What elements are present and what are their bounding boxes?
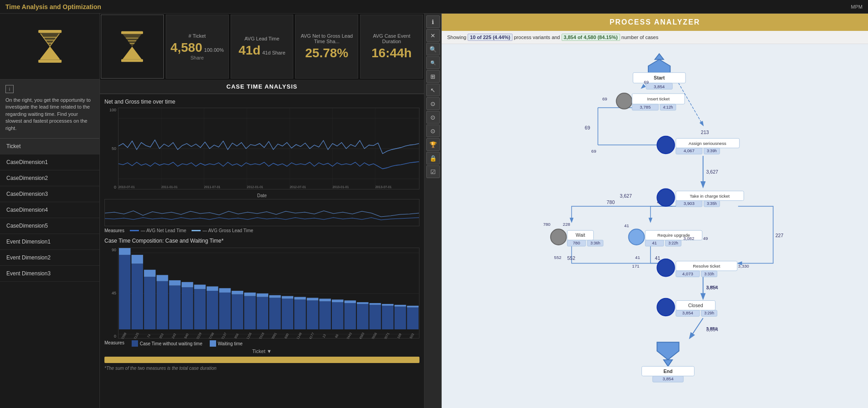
svg-text:780: 780 bbox=[543, 222, 550, 227]
svg-point-127 bbox=[616, 93, 632, 109]
stat-ticket-pct: 100.00% bbox=[204, 47, 224, 53]
bar-legend-color2 bbox=[210, 340, 216, 347]
svg-text:4177: 4177 bbox=[308, 332, 315, 339]
app-title: Time Analysis and Optimization bbox=[5, 3, 101, 10]
svg-text:3,854: 3,854 bbox=[662, 376, 674, 381]
svg-text:780: 780 bbox=[573, 240, 580, 245]
svg-rect-34 bbox=[132, 255, 143, 264]
nav-item-eventdimension1[interactable]: Event Dimension1 bbox=[0, 234, 99, 250]
svg-text:2011-07-01: 2011-07-01 bbox=[204, 184, 221, 189]
svg-text:3,785: 3,785 bbox=[640, 104, 651, 109]
nav-item-casedimension4[interactable]: CaseDimension4 bbox=[0, 202, 99, 218]
svg-rect-64 bbox=[256, 294, 268, 297]
svg-rect-88 bbox=[357, 302, 369, 304]
nav-item-casedimension3[interactable]: CaseDimension3 bbox=[0, 186, 99, 202]
process-cases: 3,854 of 4,580 (84.15%) bbox=[562, 34, 620, 41]
bar-legend-title: Measures bbox=[104, 340, 124, 347]
svg-rect-58 bbox=[232, 291, 243, 294]
legend-gross-label: — AVG Gross Lead Time bbox=[202, 228, 253, 233]
stat-dur-label: AVG Case Event Duration bbox=[364, 33, 419, 44]
svg-text:2013-01-01: 2013-01-01 bbox=[332, 184, 349, 189]
tool-trophy[interactable]: 🏆 bbox=[426, 138, 440, 151]
tool-circle2[interactable]: ⊙ bbox=[426, 111, 440, 124]
process-header: PROCESS ANALYZER bbox=[442, 14, 868, 31]
svg-text:2398: 2398 bbox=[120, 332, 127, 339]
svg-text:169: 169 bbox=[396, 333, 402, 339]
svg-text:69: 69 bbox=[585, 125, 590, 130]
tool-circle1[interactable]: ⊙ bbox=[426, 97, 440, 110]
svg-text:3,330: 3,330 bbox=[738, 264, 749, 269]
tool-zoom-out[interactable]: 🔍 bbox=[426, 56, 440, 69]
svg-text:2229: 2229 bbox=[195, 332, 202, 339]
mini-chart[interactable] bbox=[104, 199, 419, 226]
svg-rect-0 bbox=[38, 30, 61, 33]
process-diagram[interactable]: 69 3,627 780 41 227 552 41 bbox=[442, 44, 868, 408]
nav-item-eventdimension2[interactable]: Event Dimension2 bbox=[0, 250, 99, 266]
bar-chart-area: 90 45 0 2398212574353243 bbox=[104, 248, 419, 338]
svg-text:End: End bbox=[663, 368, 672, 374]
analysis-title: CASE TIME ANALYSIS bbox=[227, 83, 297, 90]
svg-rect-87 bbox=[357, 304, 369, 329]
nav-item-eventdimension3[interactable]: Event Dimension3 bbox=[0, 266, 99, 282]
y-axis-labels: 100 50 0 bbox=[104, 108, 118, 189]
svg-text:3,627: 3,627 bbox=[620, 193, 632, 199]
svg-rect-60 bbox=[244, 296, 256, 329]
bar-chart-container: 2398212574353243940222927982137956115633… bbox=[118, 248, 419, 338]
tool-grid[interactable]: ⊞ bbox=[426, 70, 440, 83]
chart1-title: Net and Gross time over time bbox=[104, 99, 419, 105]
svg-text:3,854: 3,854 bbox=[654, 84, 665, 89]
svg-rect-97 bbox=[395, 305, 406, 307]
tool-check[interactable]: ☑ bbox=[426, 165, 440, 178]
svg-rect-5 bbox=[121, 31, 143, 34]
tool-zoom-in[interactable]: 🔍 bbox=[426, 43, 440, 55]
bar-x-label[interactable]: Ticket ▼ bbox=[104, 348, 419, 354]
svg-rect-52 bbox=[207, 286, 218, 291]
svg-rect-67 bbox=[269, 295, 281, 298]
time-slider[interactable] bbox=[104, 357, 419, 363]
svg-text:780: 780 bbox=[607, 199, 615, 205]
svg-text:69: 69 bbox=[602, 96, 607, 101]
svg-text:2071: 2071 bbox=[383, 332, 390, 339]
legend-gross: — AVG Gross Lead Time bbox=[192, 228, 253, 233]
svg-text:2125: 2125 bbox=[133, 332, 140, 339]
nav-item-casedimension2[interactable]: CaseDimension2 bbox=[0, 170, 99, 186]
app-logo: MPM bbox=[851, 4, 863, 10]
tool-lock[interactable]: 🔒 bbox=[426, 152, 440, 164]
svg-text:Wait: Wait bbox=[576, 232, 585, 238]
svg-text:41: 41 bbox=[655, 255, 661, 261]
svg-rect-79 bbox=[319, 299, 331, 301]
svg-text:Closed: Closed bbox=[688, 303, 703, 308]
nav-item-ticket[interactable]: Ticket bbox=[0, 139, 99, 154]
tool-close[interactable]: ✕ bbox=[426, 29, 440, 42]
charts-container[interactable]: Net and Gross time over time 100 50 0 bbox=[100, 94, 424, 408]
svg-text:3:33h: 3:33h bbox=[704, 272, 714, 276]
svg-rect-43 bbox=[169, 280, 181, 286]
tool-circle3[interactable]: ⊙ bbox=[426, 124, 440, 137]
svg-rect-96 bbox=[395, 307, 406, 329]
bar-legend-item1: Case Time without waiting time bbox=[132, 340, 202, 347]
svg-text:2137: 2137 bbox=[221, 332, 227, 339]
svg-text:3318: 3318 bbox=[258, 332, 265, 339]
svg-text:2012-01-01: 2012-01-01 bbox=[247, 184, 263, 189]
svg-rect-30 bbox=[119, 255, 131, 329]
svg-text:213: 213 bbox=[701, 129, 709, 135]
svg-rect-70 bbox=[282, 296, 294, 299]
nav-item-casedimension1[interactable]: CaseDimension1 bbox=[0, 154, 99, 170]
nav-item-casedimension5[interactable]: CaseDimension5 bbox=[0, 218, 99, 234]
svg-rect-84 bbox=[345, 303, 356, 329]
svg-rect-46 bbox=[182, 282, 193, 288]
info-icon: i bbox=[5, 85, 14, 93]
legend-net: — AVG Net Lead Time bbox=[130, 228, 186, 233]
chart-legend: Measures — AVG Net Lead Time — AVG Gross… bbox=[104, 228, 419, 233]
bottom-note: *The sum of the two measures is the tota… bbox=[104, 366, 419, 371]
svg-rect-51 bbox=[207, 291, 218, 329]
tool-arrow[interactable]: ↖ bbox=[426, 84, 440, 96]
svg-rect-40 bbox=[157, 275, 168, 281]
tool-info[interactable]: ℹ bbox=[426, 15, 440, 28]
svg-text:1156: 1156 bbox=[246, 332, 252, 339]
left-panel: i On the right, you get the opportunity … bbox=[0, 14, 100, 408]
svg-text:940: 940 bbox=[183, 333, 189, 339]
svg-text:2656: 2656 bbox=[371, 332, 378, 339]
svg-rect-85 bbox=[345, 300, 356, 303]
svg-rect-94 bbox=[382, 304, 394, 306]
